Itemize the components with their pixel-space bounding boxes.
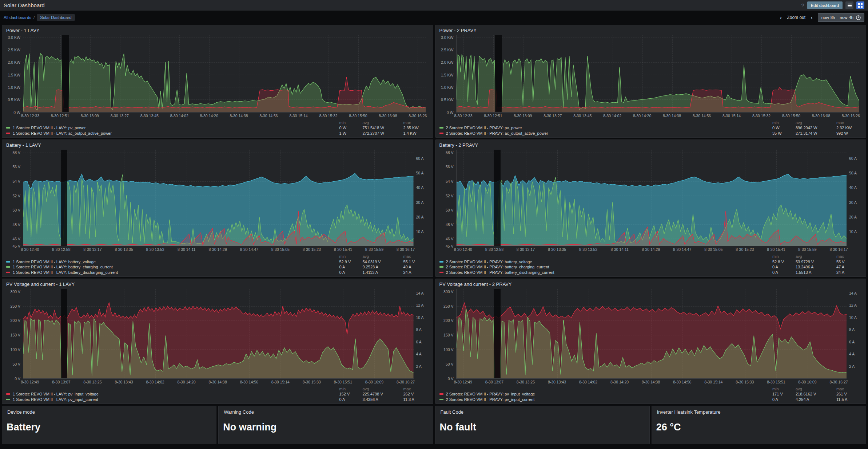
x-axis-label: 8-30 12:40	[454, 247, 472, 252]
legend-series-label[interactable]: 1 Sorotec REVO VM II - LAVY: battery_vol…	[6, 259, 339, 265]
legend-header-min: min	[772, 386, 796, 392]
legend-series-label[interactable]: 1 Sorotec REVO VM II - LAVY: pv_input_cu…	[6, 397, 339, 402]
legend-value: 261 V	[836, 391, 863, 397]
y-axis-label: 10 A	[416, 229, 424, 234]
legend-series-name: 2 Sorotec REVO VM II - PRAVY: pv_power	[446, 126, 522, 130]
panel-title[interactable]: PV Voltage and current - 1 LAVY	[5, 280, 430, 289]
y-axis-label: 50 V	[12, 362, 20, 366]
legend-series-label[interactable]: 2 Sorotec REVO VM II - PRAVY: battery_ch…	[439, 264, 773, 270]
y-axis-label: 250 V	[11, 304, 20, 308]
x-axis-label: 8-30 14:02	[170, 114, 188, 118]
legend-series-label[interactable]: 1 Sorotec REVO VM II - LAVY: ac_output_a…	[6, 131, 339, 136]
x-axis-label: 8-30 14:20	[178, 380, 196, 384]
kiosk-icon	[858, 3, 863, 8]
plot-area[interactable]	[23, 35, 426, 113]
x-axis-label: 8-30 15:41	[334, 247, 352, 252]
stat-value: No warning	[223, 422, 429, 433]
y-axis-left: 300 V250 V200 V150 V100 V50 V0 V	[5, 289, 23, 379]
legend-value: 992 W	[836, 131, 863, 136]
help-icon[interactable]: ?	[801, 3, 804, 8]
panel-title[interactable]: PV Voltage and current - 2 PRAVY	[438, 280, 864, 289]
edit-dashboard-button[interactable]: Edit dashboard	[807, 1, 843, 9]
y-axis-label: 2.0 KW	[441, 60, 453, 64]
data-gap-band	[494, 150, 500, 246]
legend-series-label[interactable]: 1 Sorotec REVO VM II - LAVY: pv_power	[6, 125, 339, 131]
plot-area[interactable]	[23, 150, 414, 246]
zoom-out-button[interactable]: Zoom out	[787, 15, 805, 20]
x-axis-label: 8-30 12:33	[21, 114, 39, 118]
legend-series-label[interactable]: 2 Sorotec REVO VM II - PRAVY: pv_input_c…	[439, 397, 773, 402]
legend-series-label[interactable]: 1 Sorotec REVO VM II - LAVY: pv_input_vo…	[6, 391, 339, 397]
chart-area: 3.0 KW2.5 KW2.0 KW1.5 KW1.0 KW0.5 KW0 W8…	[438, 35, 864, 119]
y-axis-label: 2 A	[416, 364, 422, 369]
y-axis-label: 0 V	[448, 377, 454, 381]
y-axis-label: 0 W	[13, 110, 20, 115]
legend-series-label[interactable]: 2 Sorotec REVO VM II - PRAVY: battery_di…	[439, 270, 773, 275]
legend-value: 24 A	[403, 270, 430, 275]
graph-panel-power-1-lavy: Power - 1 LAVY3.0 KW2.5 KW2.0 KW1.5 KW1.…	[2, 25, 433, 138]
breadcrumb-current[interactable]: Solar Dashboard	[37, 14, 75, 21]
legend-series-label[interactable]: 2 Sorotec REVO VM II - PRAVY: ac_output_…	[439, 131, 773, 136]
legend-series-name: 1 Sorotec REVO VM II - LAVY: pv_power	[13, 126, 85, 130]
kiosk-mode-button[interactable]	[856, 1, 864, 9]
y-axis-label: 56 V	[12, 165, 20, 169]
chart-area: 58 V56 V54 V52 V50 V48 V46 V45 V60 A50 A…	[5, 150, 430, 252]
plot-area[interactable]	[456, 150, 847, 246]
legend-value: 52.8 V	[772, 259, 796, 265]
time-shift-forward-icon[interactable]: ›	[809, 15, 814, 21]
y-axis-label: 100 V	[11, 347, 20, 352]
panel-title[interactable]: Power - 2 PRAVY	[438, 27, 864, 35]
y-axis-label: 45 V	[446, 244, 454, 248]
legend-series-label[interactable]: 2 Sorotec REVO VM II - PRAVY: pv_input_v…	[439, 391, 773, 397]
chart-canvas	[23, 35, 426, 112]
legend-header-min: min	[772, 254, 796, 259]
plot-area[interactable]	[456, 35, 859, 113]
stat-panel-fault-code: Fault Code No fault	[435, 406, 650, 444]
y-axis-label: 54 V	[12, 179, 20, 184]
legend-value: 55 V	[836, 259, 863, 265]
x-axis-label: 8-30 13:09	[514, 114, 532, 118]
legend-series-label[interactable]: 1 Sorotec REVO VM II - LAVY: battery_dis…	[6, 270, 339, 275]
legend-header-avg: avg	[363, 254, 403, 259]
x-axis-label: 8-30 13:43	[548, 380, 566, 384]
y-axis-left: 58 V56 V54 V52 V50 V48 V46 V45 V	[5, 150, 23, 246]
panel-title[interactable]: Inverter Heatsink Temperature	[656, 408, 862, 417]
dashboard-grid: Power - 1 LAVY3.0 KW2.5 KW2.0 KW1.5 KW1.…	[0, 25, 868, 444]
legend-value: 4.254 A	[796, 397, 836, 402]
y-axis-left: 3.0 KW2.5 KW2.0 KW1.5 KW1.0 KW0.5 KW0 W	[5, 35, 23, 113]
menu-button[interactable]	[845, 1, 853, 9]
time-range-picker[interactable]: now-8h – now-4h	[818, 13, 864, 22]
panel-title[interactable]: Fault Code	[439, 408, 646, 417]
legend-header-max: max	[836, 120, 863, 126]
time-shift-back-icon[interactable]: ‹	[779, 15, 784, 21]
panel-title[interactable]: Power - 1 LAVY	[5, 27, 430, 35]
legend-series-name: 2 Sorotec REVO VM II - PRAVY: pv_input_c…	[446, 397, 535, 402]
legend-series-name: 1 Sorotec REVO VM II - LAVY: battery_vol…	[13, 260, 96, 264]
panel-title[interactable]: Device mode	[6, 408, 212, 417]
y-axis-label: 6 A	[416, 340, 422, 344]
panel-title[interactable]: Warning Code	[222, 408, 429, 417]
legend-swatch-icon	[439, 127, 443, 129]
y-axis-label: 0 V	[15, 377, 20, 381]
y-axis-label: 3.0 KW	[441, 35, 453, 40]
x-axis-label: 8-30 13:45	[140, 114, 159, 118]
legend-series-label[interactable]: 2 Sorotec REVO VM II - PRAVY: pv_power	[439, 125, 773, 131]
y-axis-left: 58 V56 V54 V52 V50 V48 V46 V45 V	[438, 150, 456, 246]
y-axis-label: 50 V	[446, 362, 454, 366]
panel-title[interactable]: Battery - 1 LAVY	[5, 141, 430, 150]
y-axis-label: 1.0 KW	[441, 85, 453, 90]
graph-panel-battery-1-lavy: Battery - 1 LAVY58 V56 V54 V52 V50 V48 V…	[2, 139, 433, 277]
panel-title[interactable]: Battery - 2 PRAVY	[438, 141, 864, 150]
legend-series-label[interactable]: 1 Sorotec REVO VM II - LAVY: battery_cha…	[6, 264, 339, 270]
y-axis-label: 50 V	[12, 208, 20, 212]
y-axis-label: 45 V	[12, 244, 20, 248]
breadcrumb-all-dashboards[interactable]: All dashboards	[4, 15, 31, 20]
plot-area[interactable]	[23, 289, 414, 379]
y-axis-label: 54 V	[446, 179, 454, 184]
x-axis-label: 8-30 12:49	[21, 380, 39, 384]
plot-area[interactable]	[456, 289, 847, 379]
legend-series-label[interactable]: 2 Sorotec REVO VM II - PRAVY: battery_vo…	[439, 259, 773, 265]
sub-nav: All dashboards / Solar Dashboard ‹ Zoom …	[0, 11, 868, 24]
chart-canvas	[457, 289, 847, 378]
legend-value: 2.35 KW	[403, 125, 430, 131]
